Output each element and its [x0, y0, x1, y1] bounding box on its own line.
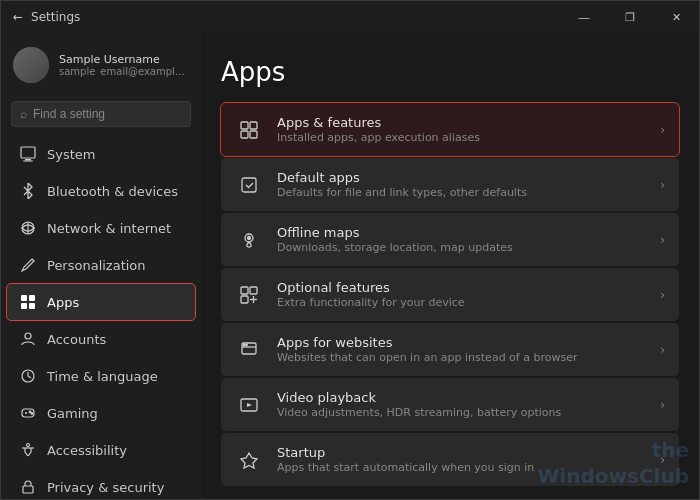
- sidebar-item-label: System: [47, 147, 95, 162]
- sidebar-item-label: Network & internet: [47, 221, 171, 236]
- profile-text: Sample Username sample_email@example.com: [59, 53, 189, 77]
- titlebar-left: ← Settings: [13, 10, 80, 24]
- sidebar-item-accessibility[interactable]: Accessibility: [7, 432, 195, 468]
- svg-point-16: [27, 444, 30, 447]
- search-icon: ⌕: [20, 107, 27, 121]
- main-panel: Apps Apps & features Installed apps, app…: [201, 33, 699, 499]
- item-title-apps-features: Apps & features: [277, 115, 646, 130]
- item-subtitle-default-apps: Defaults for file and link types, other …: [277, 186, 646, 199]
- settings-item-default-apps[interactable]: Default apps Defaults for file and link …: [221, 158, 679, 211]
- privacy-icon: [19, 478, 37, 496]
- svg-rect-21: [241, 131, 248, 138]
- offline-maps-icon: [235, 226, 263, 254]
- svg-point-25: [248, 236, 251, 239]
- search-box[interactable]: ⌕: [11, 101, 191, 127]
- settings-item-apps-features[interactable]: Apps & features Installed apps, app exec…: [221, 103, 679, 156]
- sidebar-item-label: Privacy & security: [47, 480, 164, 495]
- item-subtitle-optional-features: Extra functionality for your device: [277, 296, 646, 309]
- profile-section[interactable]: Sample Username sample_email@example.com: [1, 33, 201, 97]
- sidebar-item-label: Accessibility: [47, 443, 127, 458]
- settings-item-offline-maps[interactable]: Offline maps Downloads, storage location…: [221, 213, 679, 266]
- video-playback-icon: [235, 391, 263, 419]
- startup-icon: [235, 446, 263, 474]
- chevron-icon: ›: [660, 288, 665, 302]
- item-subtitle-apps-features: Installed apps, app execution aliases: [277, 131, 646, 144]
- chevron-icon: ›: [660, 178, 665, 192]
- item-subtitle-apps-websites: Websites that can open in an app instead…: [277, 351, 646, 364]
- sidebar-item-gaming[interactable]: Gaming: [7, 395, 195, 431]
- svg-point-9: [25, 333, 31, 339]
- chevron-icon: ›: [660, 343, 665, 357]
- svg-rect-5: [21, 295, 27, 301]
- item-title-offline-maps: Offline maps: [277, 225, 646, 240]
- item-title-startup: Startup: [277, 445, 646, 460]
- settings-item-optional-features[interactable]: Optional features Extra functionality fo…: [221, 268, 679, 321]
- svg-point-14: [29, 411, 31, 413]
- back-icon[interactable]: ←: [13, 10, 23, 24]
- svg-rect-23: [242, 178, 256, 192]
- sidebar-item-label: Personalization: [47, 258, 146, 273]
- item-text-optional-features: Optional features Extra functionality fo…: [277, 280, 646, 309]
- svg-rect-0: [21, 147, 35, 158]
- chevron-icon: ›: [660, 123, 665, 137]
- sidebar-nav: System Bluetooth & devices Network & int…: [1, 135, 201, 499]
- sidebar-item-personalization[interactable]: Personalization: [7, 247, 195, 283]
- time-icon: [19, 367, 37, 385]
- search-input[interactable]: [33, 107, 182, 121]
- settings-item-video-playback[interactable]: Video playback Video adjustments, HDR st…: [221, 378, 679, 431]
- item-title-optional-features: Optional features: [277, 280, 646, 295]
- svg-rect-20: [250, 122, 257, 129]
- maximize-button[interactable]: ❐: [607, 1, 653, 33]
- apps-icon: [19, 293, 37, 311]
- svg-rect-28: [241, 296, 248, 303]
- sidebar-item-label: Apps: [47, 295, 79, 310]
- sidebar-item-label: Gaming: [47, 406, 98, 421]
- sidebar-item-time[interactable]: Time & language: [7, 358, 195, 394]
- svg-rect-6: [29, 295, 35, 301]
- svg-rect-19: [241, 122, 248, 129]
- item-title-apps-websites: Apps for websites: [277, 335, 646, 350]
- item-title-video-playback: Video playback: [277, 390, 646, 405]
- svg-rect-8: [29, 303, 35, 309]
- apps-websites-icon: [235, 336, 263, 364]
- settings-item-startup[interactable]: Startup Apps that start automatically wh…: [221, 433, 679, 486]
- sidebar: Sample Username sample_email@example.com…: [1, 33, 201, 499]
- accessibility-icon: [19, 441, 37, 459]
- item-subtitle-startup: Apps that start automatically when you s…: [277, 461, 646, 474]
- sidebar-item-accounts[interactable]: Accounts: [7, 321, 195, 357]
- sidebar-item-apps[interactable]: Apps: [7, 284, 195, 320]
- svg-rect-2: [23, 161, 33, 162]
- personalization-icon: [19, 256, 37, 274]
- page-title: Apps: [221, 57, 679, 87]
- item-subtitle-offline-maps: Downloads, storage location, map updates: [277, 241, 646, 254]
- titlebar-controls: — ❐ ✕: [561, 1, 699, 33]
- item-text-video-playback: Video playback Video adjustments, HDR st…: [277, 390, 646, 419]
- item-text-offline-maps: Offline maps Downloads, storage location…: [277, 225, 646, 254]
- svg-point-34: [246, 344, 248, 346]
- profile-email: sample_email@example.com: [59, 66, 189, 77]
- sidebar-item-network[interactable]: Network & internet: [7, 210, 195, 246]
- titlebar-title: Settings: [31, 10, 80, 24]
- network-icon: [19, 219, 37, 237]
- settings-item-apps-websites[interactable]: Apps for websites Websites that can open…: [221, 323, 679, 376]
- sidebar-item-label: Bluetooth & devices: [47, 184, 178, 199]
- sidebar-item-bluetooth[interactable]: Bluetooth & devices: [7, 173, 195, 209]
- chevron-icon: ›: [660, 398, 665, 412]
- svg-marker-36: [247, 403, 252, 407]
- item-text-startup: Startup Apps that start automatically wh…: [277, 445, 646, 474]
- item-subtitle-video-playback: Video adjustments, HDR streaming, batter…: [277, 406, 646, 419]
- item-text-default-apps: Default apps Defaults for file and link …: [277, 170, 646, 199]
- item-text-apps-features: Apps & features Installed apps, app exec…: [277, 115, 646, 144]
- content-area: Sample Username sample_email@example.com…: [1, 33, 699, 499]
- default-apps-icon: [235, 171, 263, 199]
- window: ← Settings — ❐ ✕ Sample Username sample_…: [0, 0, 700, 500]
- sidebar-item-privacy[interactable]: Privacy & security: [7, 469, 195, 499]
- sidebar-item-system[interactable]: System: [7, 136, 195, 172]
- close-button[interactable]: ✕: [653, 1, 699, 33]
- system-icon: [19, 145, 37, 163]
- minimize-button[interactable]: —: [561, 1, 607, 33]
- gaming-icon: [19, 404, 37, 422]
- accounts-icon: [19, 330, 37, 348]
- svg-rect-1: [25, 159, 31, 161]
- avatar-image: [13, 47, 49, 83]
